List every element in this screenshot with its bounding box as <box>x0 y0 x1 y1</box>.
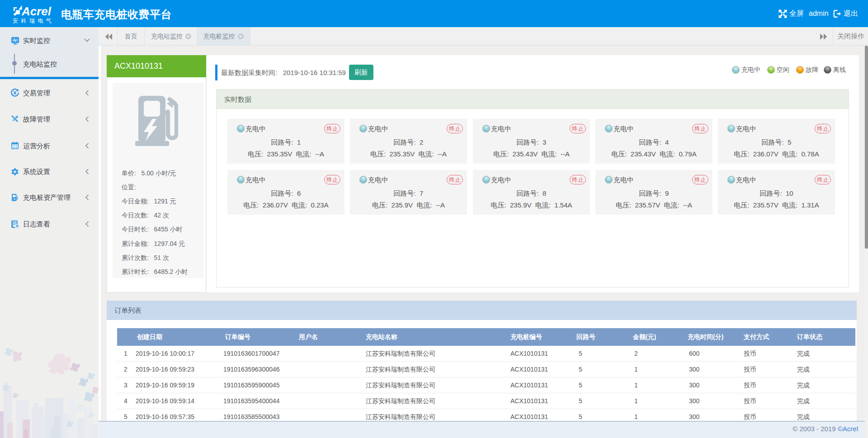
svg-text:Acrel: Acrel <box>21 5 52 18</box>
svg-text:安科瑞电气: 安科瑞电气 <box>13 18 55 24</box>
